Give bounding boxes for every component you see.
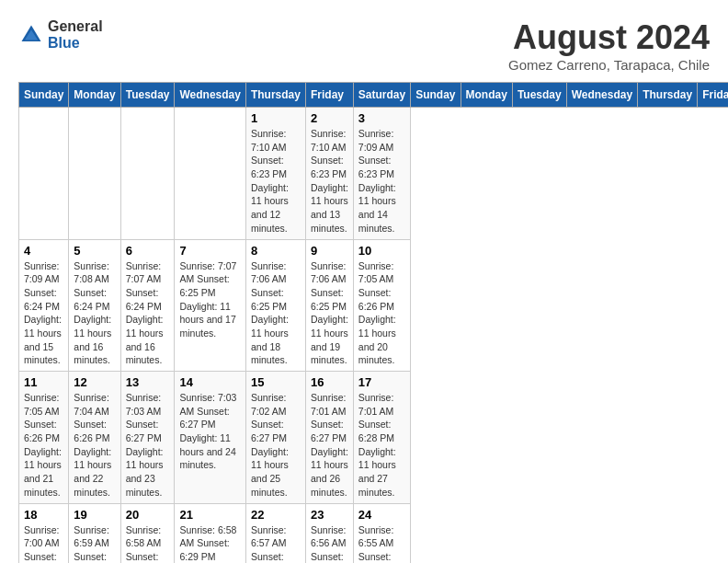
calendar-header-row: SundayMondayTuesdayWednesdayThursdayFrid…: [19, 83, 729, 108]
calendar-week-row: 11Sunrise: 7:05 AM Sunset: 6:26 PM Dayli…: [19, 372, 729, 504]
col-header-thursday: Thursday: [245, 83, 305, 108]
col-header-wednesday: Wednesday: [175, 83, 245, 108]
calendar-cell: 11Sunrise: 7:05 AM Sunset: 6:26 PM Dayli…: [19, 372, 69, 504]
logo-general: General: [48, 18, 103, 35]
day-info: Sunrise: 7:01 AM Sunset: 6:28 PM Dayligh…: [358, 391, 405, 500]
day-number: 6: [126, 244, 170, 258]
calendar-cell: 7Sunrise: 7:07 AM Sunset: 6:25 PM Daylig…: [175, 239, 245, 372]
day-number: 3: [358, 111, 405, 125]
calendar-cell: 4Sunrise: 7:09 AM Sunset: 6:24 PM Daylig…: [19, 239, 69, 372]
day-number: 22: [251, 508, 301, 522]
logo-icon: [18, 22, 44, 48]
calendar-cell: 23Sunrise: 6:56 AM Sunset: 6:29 PM Dayli…: [305, 503, 353, 563]
calendar-cell: 10Sunrise: 7:05 AM Sunset: 6:26 PM Dayli…: [353, 239, 410, 372]
day-number: 2: [311, 111, 348, 125]
day-info: Sunrise: 7:03 AM Sunset: 6:27 PM Dayligh…: [126, 391, 170, 500]
day-info: Sunrise: 6:55 AM Sunset: 6:30 PM Dayligh…: [358, 523, 405, 564]
day-number: 18: [24, 508, 63, 522]
day-info: Sunrise: 7:10 AM Sunset: 6:23 PM Dayligh…: [251, 127, 301, 236]
day-number: 23: [311, 508, 348, 522]
day-number: 8: [251, 244, 301, 258]
calendar-cell: 16Sunrise: 7:01 AM Sunset: 6:27 PM Dayli…: [305, 372, 353, 504]
day-number: 4: [24, 244, 63, 258]
calendar-week-row: 1Sunrise: 7:10 AM Sunset: 6:23 PM Daylig…: [19, 108, 729, 240]
logo-text: General Blue: [48, 18, 103, 51]
day-info: Sunrise: 7:05 AM Sunset: 6:26 PM Dayligh…: [358, 259, 405, 368]
day-info: Sunrise: 6:58 AM Sunset: 6:29 PM Dayligh…: [179, 523, 240, 564]
calendar-cell: [19, 108, 69, 240]
logo-blue: Blue: [48, 35, 103, 52]
calendar-cell: [120, 108, 175, 240]
page-header: General Blue August 2024 Gomez Carreno, …: [18, 18, 710, 73]
col-header-wednesday: Wednesday: [566, 83, 637, 108]
calendar-week-row: 18Sunrise: 7:00 AM Sunset: 6:28 PM Dayli…: [19, 503, 729, 563]
day-info: Sunrise: 6:58 AM Sunset: 6:29 PM Dayligh…: [126, 523, 170, 564]
day-number: 17: [358, 375, 405, 389]
title-block: August 2024 Gomez Carreno, Tarapaca, Chi…: [508, 18, 710, 73]
calendar-cell: 8Sunrise: 7:06 AM Sunset: 6:25 PM Daylig…: [245, 239, 305, 372]
calendar-cell: 19Sunrise: 6:59 AM Sunset: 6:28 PM Dayli…: [69, 503, 120, 563]
calendar-cell: 2Sunrise: 7:10 AM Sunset: 6:23 PM Daylig…: [305, 108, 353, 240]
col-header-friday: Friday: [698, 83, 728, 108]
location-subtitle: Gomez Carreno, Tarapaca, Chile: [508, 57, 710, 73]
calendar-cell: [69, 108, 120, 240]
calendar-cell: 9Sunrise: 7:06 AM Sunset: 6:25 PM Daylig…: [305, 239, 353, 372]
calendar-cell: 3Sunrise: 7:09 AM Sunset: 6:23 PM Daylig…: [353, 108, 410, 240]
calendar-cell: 12Sunrise: 7:04 AM Sunset: 6:26 PM Dayli…: [69, 372, 120, 504]
day-info: Sunrise: 7:06 AM Sunset: 6:25 PM Dayligh…: [251, 259, 301, 368]
day-number: 14: [179, 375, 240, 389]
day-info: Sunrise: 7:07 AM Sunset: 6:24 PM Dayligh…: [126, 259, 170, 368]
day-info: Sunrise: 7:06 AM Sunset: 6:25 PM Dayligh…: [311, 259, 348, 368]
col-header-thursday: Thursday: [638, 83, 698, 108]
col-header-saturday: Saturday: [353, 83, 410, 108]
col-header-tuesday: Tuesday: [120, 83, 175, 108]
day-info: Sunrise: 7:09 AM Sunset: 6:24 PM Dayligh…: [24, 259, 63, 368]
calendar-cell: 17Sunrise: 7:01 AM Sunset: 6:28 PM Dayli…: [353, 372, 410, 504]
calendar-cell: 5Sunrise: 7:08 AM Sunset: 6:24 PM Daylig…: [69, 239, 120, 372]
calendar-cell: 14Sunrise: 7:03 AM Sunset: 6:27 PM Dayli…: [175, 372, 245, 504]
day-number: 1: [251, 111, 301, 125]
day-number: 11: [24, 375, 63, 389]
day-number: 9: [311, 244, 348, 258]
col-header-sunday: Sunday: [19, 83, 69, 108]
day-info: Sunrise: 6:56 AM Sunset: 6:29 PM Dayligh…: [311, 523, 348, 564]
logo: General Blue: [18, 18, 103, 51]
month-title: August 2024: [508, 18, 710, 57]
day-number: 24: [358, 508, 405, 522]
day-number: 12: [74, 375, 115, 389]
day-info: Sunrise: 7:07 AM Sunset: 6:25 PM Dayligh…: [179, 259, 240, 340]
calendar-cell: 21Sunrise: 6:58 AM Sunset: 6:29 PM Dayli…: [175, 503, 245, 563]
calendar-cell: 18Sunrise: 7:00 AM Sunset: 6:28 PM Dayli…: [19, 503, 69, 563]
day-info: Sunrise: 7:01 AM Sunset: 6:27 PM Dayligh…: [311, 391, 348, 500]
col-header-monday: Monday: [69, 83, 120, 108]
day-number: 15: [251, 375, 301, 389]
calendar-cell: 6Sunrise: 7:07 AM Sunset: 6:24 PM Daylig…: [120, 239, 175, 372]
col-header-friday: Friday: [305, 83, 353, 108]
calendar-week-row: 4Sunrise: 7:09 AM Sunset: 6:24 PM Daylig…: [19, 239, 729, 372]
day-info: Sunrise: 7:10 AM Sunset: 6:23 PM Dayligh…: [311, 127, 348, 236]
day-number: 10: [358, 244, 405, 258]
calendar-cell: 24Sunrise: 6:55 AM Sunset: 6:30 PM Dayli…: [353, 503, 410, 563]
day-info: Sunrise: 7:08 AM Sunset: 6:24 PM Dayligh…: [74, 259, 115, 368]
calendar-cell: 22Sunrise: 6:57 AM Sunset: 6:29 PM Dayli…: [245, 503, 305, 563]
day-number: 20: [126, 508, 170, 522]
day-number: 7: [179, 244, 240, 258]
calendar-cell: 1Sunrise: 7:10 AM Sunset: 6:23 PM Daylig…: [245, 108, 305, 240]
col-header-sunday: Sunday: [411, 83, 461, 108]
day-info: Sunrise: 7:03 AM Sunset: 6:27 PM Dayligh…: [179, 391, 240, 472]
day-info: Sunrise: 7:02 AM Sunset: 6:27 PM Dayligh…: [251, 391, 301, 500]
day-info: Sunrise: 7:00 AM Sunset: 6:28 PM Dayligh…: [24, 523, 63, 564]
day-info: Sunrise: 7:04 AM Sunset: 6:26 PM Dayligh…: [74, 391, 115, 500]
day-info: Sunrise: 6:57 AM Sunset: 6:29 PM Dayligh…: [251, 523, 301, 564]
day-number: 19: [74, 508, 115, 522]
calendar-cell: [175, 108, 245, 240]
day-info: Sunrise: 7:09 AM Sunset: 6:23 PM Dayligh…: [358, 127, 405, 236]
day-number: 5: [74, 244, 115, 258]
day-info: Sunrise: 6:59 AM Sunset: 6:28 PM Dayligh…: [74, 523, 115, 564]
col-header-monday: Monday: [461, 83, 512, 108]
calendar-cell: 13Sunrise: 7:03 AM Sunset: 6:27 PM Dayli…: [120, 372, 175, 504]
day-info: Sunrise: 7:05 AM Sunset: 6:26 PM Dayligh…: [24, 391, 63, 500]
day-number: 16: [311, 375, 348, 389]
day-number: 21: [179, 508, 240, 522]
col-header-tuesday: Tuesday: [512, 83, 566, 108]
